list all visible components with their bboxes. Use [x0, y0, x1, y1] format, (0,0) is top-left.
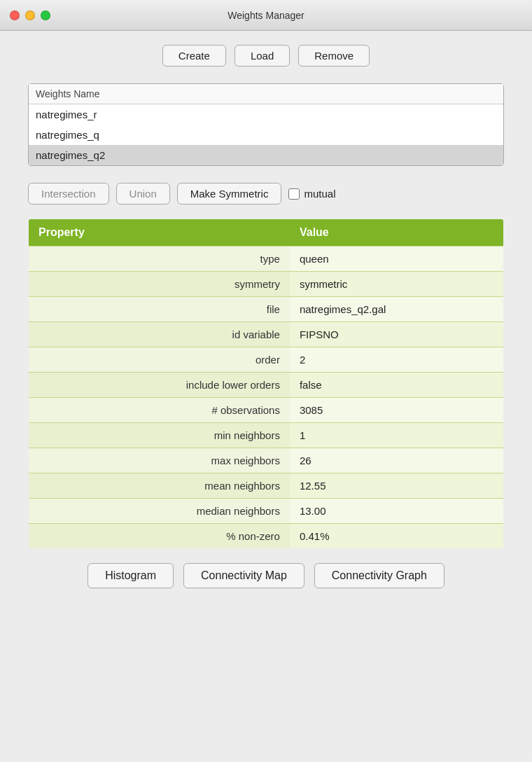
window-controls[interactable]: [10, 11, 50, 20]
table-row: % non-zero0.41%: [29, 524, 504, 549]
property-cell: min neighbors: [29, 423, 290, 448]
remove-button[interactable]: Remove: [298, 45, 370, 67]
property-cell: type: [29, 247, 290, 272]
mutual-checkbox[interactable]: [288, 188, 300, 200]
weights-list-header: Weights Name: [29, 84, 503, 104]
table-row: include lower ordersfalse: [29, 373, 504, 398]
table-row: order2: [29, 347, 504, 373]
table-row: filenatregimes_q2.gal: [29, 297, 504, 322]
top-button-row: Create Load Remove: [28, 45, 504, 67]
weights-list-container: Weights Name natregimes_r natregimes_q n…: [28, 83, 504, 166]
table-row: median neighbors13.00: [29, 499, 504, 524]
value-cell: 1: [290, 423, 504, 448]
weights-item-natregimes-r[interactable]: natregimes_r: [29, 104, 503, 125]
property-cell: symmetry: [29, 272, 290, 297]
property-col-header: Property: [29, 219, 290, 247]
table-row: id variableFIPSNO: [29, 322, 504, 347]
create-button[interactable]: Create: [162, 45, 226, 67]
close-button[interactable]: [10, 11, 20, 20]
maximize-button[interactable]: [41, 11, 50, 20]
table-row: typequeen: [29, 247, 504, 272]
table-row: max neighbors26: [29, 448, 504, 473]
table-row: mean neighbors12.55: [29, 473, 504, 499]
value-cell: natregimes_q2.gal: [290, 297, 504, 322]
value-cell: queen: [290, 247, 504, 272]
window-title: Weights Manager: [227, 10, 304, 21]
property-cell: mean neighbors: [29, 473, 290, 499]
value-col-header: Value: [290, 219, 504, 247]
property-cell: order: [29, 347, 290, 373]
table-row: symmetrysymmetric: [29, 272, 504, 297]
value-cell: 2: [290, 347, 504, 373]
connectivity-graph-button[interactable]: Connectivity Graph: [314, 563, 444, 588]
histogram-button[interactable]: Histogram: [88, 563, 174, 588]
weights-item-natregimes-q[interactable]: natregimes_q: [29, 125, 503, 145]
property-cell: median neighbors: [29, 499, 290, 524]
properties-table: Property Value typequeensymmetrysymmetri…: [28, 219, 504, 549]
property-cell: file: [29, 297, 290, 322]
weights-item-natregimes-q2[interactable]: natregimes_q2: [29, 145, 503, 165]
bottom-button-row: Histogram Connectivity Map Connectivity …: [28, 563, 504, 588]
minimize-button[interactable]: [25, 11, 35, 20]
value-cell: false: [290, 373, 504, 398]
property-cell: id variable: [29, 322, 290, 347]
property-cell: max neighbors: [29, 448, 290, 473]
titlebar: Weights Manager: [0, 0, 532, 31]
property-cell: # observations: [29, 398, 290, 423]
table-row: min neighbors1: [29, 423, 504, 448]
load-button[interactable]: Load: [234, 45, 290, 67]
action-row: Intersection Union Make Symmetric mutual: [28, 183, 504, 205]
value-cell: 0.41%: [290, 524, 504, 549]
union-button[interactable]: Union: [116, 183, 170, 205]
mutual-text: mutual: [304, 188, 335, 200]
value-cell: 26: [290, 448, 504, 473]
value-cell: 12.55: [290, 473, 504, 499]
value-cell: symmetric: [290, 272, 504, 297]
main-content: Create Load Remove Weights Name natregim…: [0, 31, 532, 762]
value-cell: 13.00: [290, 499, 504, 524]
property-cell: include lower orders: [29, 373, 290, 398]
make-symmetric-button[interactable]: Make Symmetric: [177, 183, 282, 205]
property-cell: % non-zero: [29, 524, 290, 549]
intersection-button[interactable]: Intersection: [28, 183, 109, 205]
value-cell: 3085: [290, 398, 504, 423]
connectivity-map-button[interactable]: Connectivity Map: [183, 563, 304, 588]
mutual-label[interactable]: mutual: [288, 188, 335, 200]
table-row: # observations3085: [29, 398, 504, 423]
value-cell: FIPSNO: [290, 322, 504, 347]
